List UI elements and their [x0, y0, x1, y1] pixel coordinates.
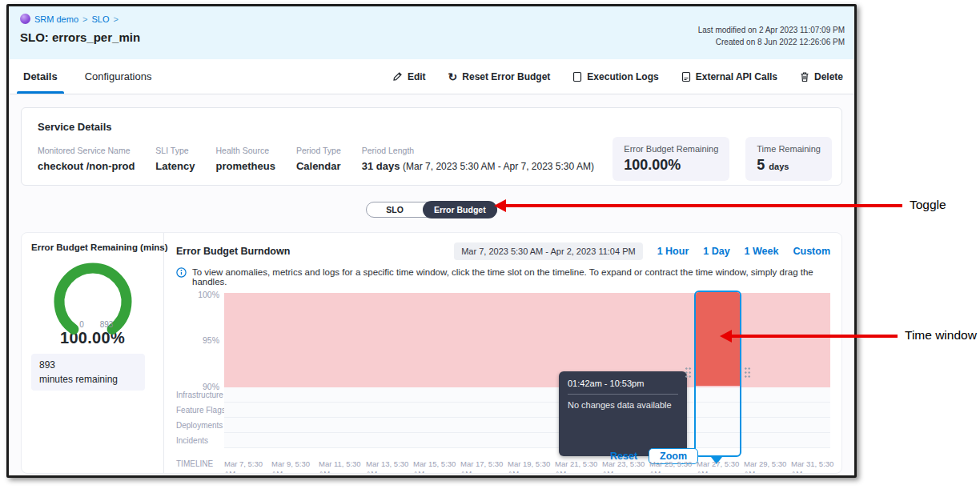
service-detail-field: Period Length 31 days (Mar 7, 2023 5:30 … [362, 146, 594, 172]
tooltip-divider [568, 394, 678, 395]
reset-error-budget-button[interactable]: ↻ Reset Error Budget [448, 71, 551, 82]
edit-button[interactable]: Edit [392, 71, 426, 82]
toggle-option-slo[interactable]: SLO [367, 205, 423, 214]
time-window-annotation-arrowhead-icon [720, 330, 732, 343]
field-value: checkout /non-prod [38, 160, 135, 172]
drag-handle-left[interactable] [685, 367, 692, 379]
external-api-calls-button[interactable]: External API Calls [681, 71, 777, 82]
reset-icon: ↻ [448, 71, 458, 82]
minutes-remaining-label: minutes remaining [39, 372, 137, 387]
timeline-tick: Mar 27, 5:30 AM [697, 459, 744, 474]
timeline-tick: Mar 31, 5:30 AM [791, 459, 838, 474]
field-value: 31 days (Mar 7, 2023 5:30 AM - Apr 7, 20… [362, 160, 594, 172]
changes-tooltip: 01:42am - 10:53pm No changes data availa… [559, 371, 687, 456]
y-tick-95: 95% [179, 335, 219, 345]
stat-label: Time Remaining [757, 144, 821, 154]
timeline-tick: Mar 9, 5:30 AM [271, 459, 319, 474]
breadcrumb-project[interactable]: SRM demo [34, 14, 78, 24]
minutes-remaining-box: 893 minutes remaining [31, 354, 145, 391]
document-icon [572, 71, 582, 82]
info-banner: To view anomalies, metrics and logs for … [176, 267, 830, 287]
timeline-row: TIMELINE Mar 7, 5:30 AMMar 9, 5:30 AMMar… [176, 459, 830, 474]
tooltip-time-range: 01:42am - 10:53pm [568, 379, 678, 388]
service-detail-field: Period Type Calendar [296, 146, 341, 172]
range-link[interactable]: Custom [793, 246, 830, 257]
timeline-tick: Mar 15, 5:30 AM [413, 459, 460, 474]
timeline-tick: Mar 17, 5:30 AM [460, 459, 508, 474]
gauge-max: 893 [99, 320, 113, 329]
tooltip-message: No changes data available [568, 400, 678, 410]
date-range-chip[interactable]: Mar 7, 2023 5:30 AM - Apr 2, 2023 11:04 … [454, 242, 642, 260]
burndown-title: Error Budget Burndown [176, 246, 290, 257]
tab-configurations[interactable]: Configurations [82, 59, 155, 94]
execution-logs-button[interactable]: Execution Logs [572, 71, 658, 82]
selected-band-highlight [696, 292, 740, 386]
toolbar: Details Configurations Edit ↻ Reset Erro… [9, 59, 854, 94]
stat-value: 100.00% [624, 157, 718, 174]
delete-button[interactable]: Delete [800, 71, 843, 82]
toggle-annotation-arrow [505, 204, 902, 207]
field-label: Health Source [216, 146, 275, 155]
pencil-icon [392, 71, 403, 82]
trash-icon [800, 71, 809, 82]
summary-stats: Error Budget Remaining 100.00% Time Rema… [612, 137, 832, 181]
service-details-heading: Service Details [38, 121, 825, 133]
field-value: Latency [155, 160, 195, 172]
field-label: SLI Type [155, 146, 195, 155]
stat-label: Error Budget Remaining [624, 144, 718, 154]
burndown-panel: Error Budget Burndown Mar 7, 2023 5:30 A… [165, 233, 841, 473]
drag-handle-right[interactable] [744, 367, 751, 379]
info-text: To view anomalies, metrics and logs for … [192, 267, 830, 287]
breadcrumb: SRM demo > SLO > [20, 14, 843, 24]
document-lines-icon [681, 71, 691, 82]
service-detail-field: Health Source prometheus [216, 146, 275, 172]
timeline-tick: Mar 29, 5:30 AM [744, 459, 791, 474]
field-label: Period Length [362, 146, 594, 155]
tab-bar: Details Configurations [20, 59, 155, 94]
slo-error-budget-toggle[interactable]: SLO Error Budget [366, 202, 496, 218]
range-link[interactable]: 1 Week [745, 246, 779, 257]
stat-value: 5 days [757, 157, 821, 174]
burndown-header: Error Budget Burndown Mar 7, 2023 5:30 A… [176, 242, 830, 260]
minutes-remaining-value: 893 [39, 358, 137, 372]
timeline-tick: Mar 25, 5:30 AM [649, 459, 697, 474]
action-buttons: Edit ↻ Reset Error Budget Execution Logs… [392, 59, 843, 94]
timeline-label: TIMELINE [176, 459, 224, 474]
timeline-tick: Mar 23, 5:30 AM [602, 459, 649, 474]
range-links: 1 Hour1 Day1 WeekCustom [657, 246, 830, 257]
timeline-tick: Mar 7, 5:30 AM [224, 459, 271, 474]
timeline-ticks: Mar 7, 5:30 AMMar 9, 5:30 AMMar 11, 5:30… [224, 459, 838, 474]
info-icon [176, 267, 187, 279]
error-budget-section: Error Budget Remaining (mins) 0 893 100.… [21, 232, 842, 474]
gauge-title: Error Budget Remaining (mins) [31, 242, 154, 252]
event-row-label: Incidents [176, 433, 224, 448]
timeline-tick: Mar 13, 5:30 AM [366, 459, 413, 474]
toggle-option-error-budget[interactable]: Error Budget [423, 201, 497, 218]
range-link[interactable]: 1 Hour [657, 246, 689, 257]
page-header: SRM demo > SLO > SLO: errors_per_min Las… [9, 6, 854, 59]
timestamps: Last modified on 2 Apr 2023 11:07:09 PM … [698, 24, 845, 48]
toggle-annotation-label: Toggle [910, 198, 946, 212]
timeline-tick: Mar 21, 5:30 AM [555, 459, 602, 474]
screenshot-frame: SRM demo > SLO > SLO: errors_per_min Las… [6, 4, 857, 478]
burndown-chart: 100% 95% 90% Infrastructure [176, 293, 830, 474]
created-text: Created on 8 Jun 2022 12:26:06 PM [698, 36, 845, 48]
toggle-annotation-arrowhead-icon [494, 199, 506, 212]
gauge-min: 0 [79, 320, 84, 329]
field-value: prometheus [216, 160, 275, 172]
tab-details[interactable]: Details [20, 59, 61, 94]
srm-logo-icon [20, 14, 30, 24]
gauge-arc: 0 893 [49, 260, 137, 337]
breadcrumb-section[interactable]: SLO [91, 14, 109, 24]
y-tick-100: 100% [179, 290, 219, 299]
time-window-selection[interactable] [694, 291, 741, 457]
stat-card: Time Remaining 5 days [745, 137, 832, 181]
breadcrumb-separator: > [82, 14, 87, 24]
field-label: Monitored Service Name [38, 146, 135, 155]
field-value: Calendar [296, 160, 341, 172]
time-range-controls: Mar 7, 2023 5:30 AM - Apr 2, 2023 11:04 … [454, 242, 830, 260]
range-link[interactable]: 1 Day [703, 246, 729, 257]
service-detail-field: Monitored Service Name checkout /non-pro… [38, 146, 135, 172]
stat-card: Error Budget Remaining 100.00% [612, 137, 729, 181]
service-details-card: Service Details Monitored Service Name c… [21, 107, 842, 186]
